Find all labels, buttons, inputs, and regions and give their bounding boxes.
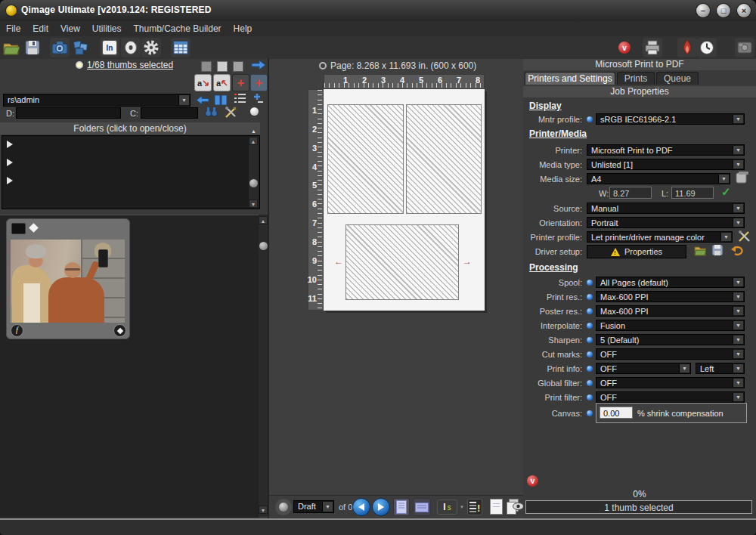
thumb-filter-f-icon[interactable]: f bbox=[11, 324, 23, 337]
print-placeholder-2[interactable] bbox=[406, 104, 482, 214]
folders-scroll-thumb[interactable] bbox=[249, 179, 258, 187]
media-type-select[interactable]: Unlisted [1]▼ bbox=[587, 159, 745, 170]
add-print-button[interactable]: + bbox=[232, 74, 249, 91]
portrait-page-button[interactable] bbox=[393, 498, 410, 516]
panel-version-badge[interactable]: v bbox=[527, 475, 538, 487]
spool-dropdown[interactable]: ▼ bbox=[733, 278, 743, 286]
cut-marks-dropdown[interactable]: ▼ bbox=[733, 350, 743, 358]
thumb-size-large-button[interactable] bbox=[233, 61, 243, 72]
close-button[interactable]: × bbox=[737, 4, 751, 17]
print-placeholder-3[interactable] bbox=[345, 224, 459, 300]
print-info-align-select[interactable]: Left▼ bbox=[696, 363, 745, 374]
print-filter-dropdown[interactable]: ▼ bbox=[733, 393, 743, 401]
menu-help[interactable]: Help bbox=[234, 23, 253, 34]
mntr-profile-dot[interactable] bbox=[587, 116, 593, 122]
new-folder-button[interactable] bbox=[252, 93, 264, 107]
page-canvas[interactable]: ← → bbox=[324, 89, 485, 311]
capture-button[interactable] bbox=[735, 38, 754, 57]
print-placeholder-1[interactable] bbox=[327, 104, 404, 214]
folder-node-arrow-icon[interactable] bbox=[7, 177, 13, 184]
folder-node-arrow-icon[interactable] bbox=[7, 141, 13, 148]
menu-edit[interactable]: Edit bbox=[33, 23, 48, 34]
path-dropdown-button[interactable]: ▼ bbox=[178, 95, 189, 105]
d-filter-input[interactable] bbox=[16, 107, 121, 119]
new-page-button[interactable] bbox=[490, 499, 503, 515]
folder-path-input[interactable]: rs\admin ▼ bbox=[3, 94, 191, 107]
driver-reset-button[interactable] bbox=[730, 244, 744, 259]
cut-marks-dot[interactable] bbox=[587, 351, 593, 357]
source-select[interactable]: Manual▼ bbox=[587, 203, 745, 214]
add-to-queue-button[interactable] bbox=[251, 60, 266, 73]
history-button[interactable] bbox=[697, 38, 717, 57]
page-knob-button[interactable] bbox=[275, 499, 292, 515]
thumbnail-card-selected[interactable]: f bbox=[6, 218, 130, 339]
l-input[interactable]: 11.69 bbox=[671, 187, 714, 199]
mntr-profile-dropdown[interactable]: ▼ bbox=[733, 115, 743, 123]
spool-select[interactable]: All Pages (default)▼ bbox=[596, 277, 745, 288]
save-button[interactable] bbox=[23, 38, 42, 57]
spool-dot[interactable] bbox=[587, 280, 593, 286]
version-badge[interactable]: v bbox=[618, 42, 631, 54]
print-info-select[interactable]: OFF▼ bbox=[596, 363, 691, 374]
folders-header[interactable]: Folders (click to open/close) ▲ bbox=[0, 122, 260, 135]
thumbnail-scrollbar[interactable]: ▲ ▼ bbox=[259, 215, 268, 517]
tab-prints[interactable]: Prints bbox=[617, 72, 655, 85]
poster-res-select[interactable]: Max-600 PPI▼ bbox=[596, 305, 745, 317]
media-size-dropdown[interactable]: ▼ bbox=[718, 175, 729, 183]
print-filter-select[interactable]: OFF▼ bbox=[596, 391, 745, 403]
print-info-dot[interactable] bbox=[587, 366, 593, 372]
cut-marks-select[interactable]: OFF▼ bbox=[596, 348, 745, 360]
custom-size-button[interactable] bbox=[735, 172, 748, 187]
c-filter-input[interactable] bbox=[141, 107, 198, 119]
thumb-size-small-button[interactable] bbox=[201, 61, 212, 72]
thumb-rotate-icon[interactable] bbox=[113, 324, 126, 337]
stretch-left-arrow-icon[interactable]: ← bbox=[334, 256, 343, 267]
title-bar[interactable]: Qimage Ultimate [v2019.124: REGISTERED –… bbox=[0, 0, 756, 22]
global-filter-select[interactable]: OFF▼ bbox=[596, 377, 745, 388]
table-view-button[interactable] bbox=[171, 38, 191, 57]
status-ball-icon[interactable] bbox=[250, 107, 259, 116]
printer-profile-dropdown[interactable]: ▼ bbox=[720, 233, 731, 241]
mntr-profile-select[interactable]: sRGB IEC61966-2.1▼ bbox=[596, 113, 745, 125]
zoom-in-thumb-button[interactable]: a bbox=[213, 74, 231, 91]
thumbs-scroll-up-button[interactable]: ▲ bbox=[259, 216, 268, 224]
thumb-flag-square-icon[interactable] bbox=[11, 223, 26, 234]
folders-scroll-down-button[interactable]: ▼ bbox=[249, 199, 258, 208]
global-filter-dropdown[interactable]: ▼ bbox=[733, 379, 743, 387]
thumbs-scroll-thumb[interactable] bbox=[259, 242, 268, 250]
source-dropdown[interactable]: ▼ bbox=[733, 204, 743, 212]
thumbs-radio[interactable] bbox=[76, 61, 83, 69]
stretch-right-arrow-icon[interactable]: → bbox=[463, 256, 472, 267]
driver-save-button[interactable] bbox=[711, 244, 723, 259]
thumbs-scroll-down-button[interactable]: ▼ bbox=[259, 506, 268, 514]
tools-button[interactable] bbox=[225, 107, 237, 122]
canvas-dot[interactable] bbox=[587, 410, 593, 416]
print-filter-dot[interactable] bbox=[587, 394, 593, 400]
interpolate-select[interactable]: Fusion▼ bbox=[596, 320, 745, 331]
print-button[interactable] bbox=[643, 38, 662, 57]
tab-queue[interactable]: Queue bbox=[656, 72, 699, 85]
job-log-button[interactable]: ! bbox=[467, 499, 482, 515]
w-input[interactable]: 8.27 bbox=[609, 187, 652, 199]
in-tool-button[interactable]: In bbox=[100, 38, 119, 57]
print-info-align-dropdown[interactable]: ▼ bbox=[733, 364, 743, 373]
info-overlay-button[interactable]: I s bbox=[437, 499, 457, 515]
menu-file[interactable]: File bbox=[6, 23, 20, 34]
folder-node-arrow-icon[interactable] bbox=[7, 159, 13, 166]
interpolate-dot[interactable] bbox=[587, 323, 593, 329]
driver-load-button[interactable] bbox=[694, 244, 707, 259]
sharpen-select[interactable]: 5 (Default)▼ bbox=[596, 334, 745, 345]
disc-button[interactable] bbox=[121, 38, 141, 57]
poster-res-dropdown[interactable]: ▼ bbox=[733, 307, 743, 315]
thumb-flag-diamond-icon[interactable] bbox=[29, 223, 39, 233]
folders-scroll-up-button[interactable]: ▲ bbox=[249, 137, 258, 145]
orientation-select[interactable]: Portrait▼ bbox=[587, 217, 745, 228]
next-page-button[interactable] bbox=[372, 498, 390, 516]
quality-dropdown-button[interactable]: ▼ bbox=[322, 502, 333, 512]
interpolate-dropdown[interactable]: ▼ bbox=[733, 321, 743, 329]
thumbnail-area[interactable]: f bbox=[0, 215, 259, 518]
print-res-select[interactable]: Max-600 PPI▼ bbox=[596, 291, 745, 302]
orientation-dropdown[interactable]: ▼ bbox=[733, 218, 743, 227]
menu-utilities[interactable]: Utilities bbox=[92, 23, 122, 34]
menu-view[interactable]: View bbox=[60, 23, 80, 34]
